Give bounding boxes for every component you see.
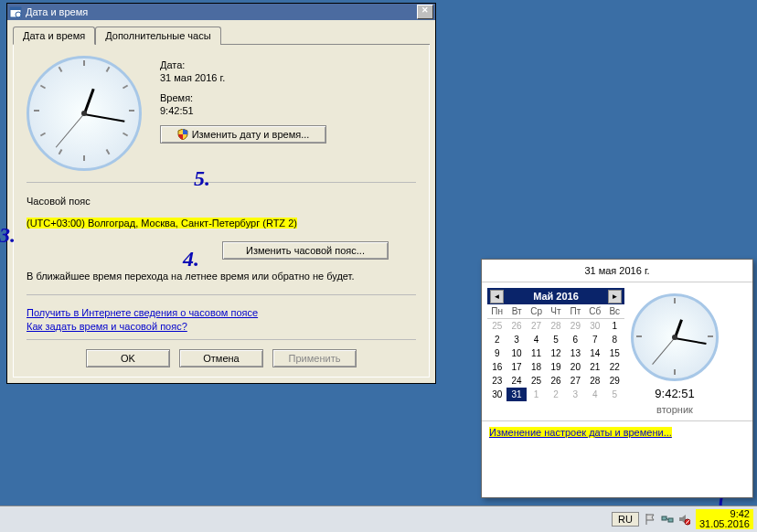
calendar-next-button[interactable]: ► xyxy=(608,290,622,303)
calendar-prev-button[interactable]: ◄ xyxy=(490,290,504,303)
calendar-day[interactable]: 6 xyxy=(566,333,585,346)
calendar-day[interactable]: 3 xyxy=(566,388,585,401)
calendar-day[interactable]: 19 xyxy=(546,360,565,374)
calendar-day[interactable]: 12 xyxy=(546,346,565,360)
taskbar-date: 31.05.2016 xyxy=(699,519,750,529)
calendar-day[interactable]: 22 xyxy=(605,360,624,374)
calendar-day[interactable]: 2 xyxy=(487,333,506,346)
calendar-day[interactable]: 2 xyxy=(546,388,565,401)
calendar-day[interactable]: 29 xyxy=(605,374,624,388)
svg-rect-4 xyxy=(668,518,673,522)
close-button[interactable]: ✕ xyxy=(417,5,433,19)
calendar-day[interactable]: 27 xyxy=(566,374,585,388)
flyout-time: 9:42:51 xyxy=(624,387,725,400)
cancel-button[interactable]: Отмена xyxy=(179,349,263,367)
calendar-day[interactable]: 1 xyxy=(605,319,624,334)
tray-flag-icon[interactable] xyxy=(645,513,657,526)
language-indicator[interactable]: RU xyxy=(612,512,639,527)
change-date-time-label: Изменить дату и время... xyxy=(192,129,310,140)
calendar-day[interactable]: 1 xyxy=(527,388,546,401)
date-label: Дата: xyxy=(160,59,416,70)
link-how-to-set[interactable]: Как задать время и часовой пояс? xyxy=(27,321,416,332)
change-timezone-label: Изменить часовой пояс... xyxy=(246,245,365,256)
calendar-dow: Сб xyxy=(585,304,604,319)
timezone-header: Часовой пояс xyxy=(27,196,416,207)
calendar-dow: Пн xyxy=(487,304,506,319)
link-timezone-info[interactable]: Получить в Интернете сведения о часовом … xyxy=(27,307,416,318)
calendar-day[interactable]: 8 xyxy=(605,333,624,346)
dialog-body: Дата: 31 мая 2016 г. Время: 9:42:51 Изме… xyxy=(13,45,430,378)
calendar-day[interactable]: 25 xyxy=(487,319,506,334)
svg-rect-1 xyxy=(10,7,21,10)
calendar-day[interactable]: 18 xyxy=(527,360,546,374)
window-title: Дата и время xyxy=(26,4,417,20)
tray-network-icon[interactable] xyxy=(661,513,674,526)
dst-note: В ближайшее время перехода на летнее вре… xyxy=(27,271,416,282)
calendar-day[interactable]: 13 xyxy=(566,346,585,360)
analog-clock xyxy=(27,56,142,171)
calendar-day[interactable]: 27 xyxy=(527,319,546,334)
change-date-time-button[interactable]: Изменить дату и время... xyxy=(160,125,326,144)
calendar-day[interactable]: 5 xyxy=(546,333,565,346)
calendar-dow: Вс xyxy=(605,304,624,319)
change-settings-link[interactable]: Изменение настроек даты и времени... xyxy=(489,427,672,438)
timezone-value: (UTC+03:00) Волгоград, Москва, Санкт-Пет… xyxy=(27,218,297,229)
taskbar: RU 9:42 31.05.2016 xyxy=(0,505,757,532)
tab-additional-clocks[interactable]: Дополнительные часы xyxy=(95,27,220,45)
calendar-day[interactable]: 24 xyxy=(506,374,526,388)
svg-rect-3 xyxy=(662,516,666,520)
time-value: 9:42:51 xyxy=(160,105,416,116)
calendar-day[interactable]: 26 xyxy=(506,319,526,334)
svg-point-2 xyxy=(16,12,21,17)
time-label: Время: xyxy=(160,92,416,103)
titlebar[interactable]: Дата и время ✕ xyxy=(7,4,435,20)
apply-button[interactable]: Применить xyxy=(272,349,357,367)
tab-date-time[interactable]: Дата и время xyxy=(13,27,95,45)
change-timezone-button[interactable]: Изменить часовой пояс... xyxy=(222,241,389,260)
calendar-day[interactable]: 30 xyxy=(585,319,604,334)
calendar-day[interactable]: 11 xyxy=(527,346,546,360)
calendar-day[interactable]: 17 xyxy=(506,360,526,374)
calendar-dow: Ср xyxy=(527,304,546,319)
flyout-analog-clock xyxy=(631,293,719,381)
calendar-day[interactable]: 31 xyxy=(506,388,526,401)
calendar-day[interactable]: 14 xyxy=(585,346,604,360)
calendar-day[interactable]: 25 xyxy=(527,374,546,388)
calendar-day[interactable]: 5 xyxy=(605,388,624,401)
calendar-day[interactable]: 16 xyxy=(487,360,506,374)
calendar-day[interactable]: 30 xyxy=(487,388,506,401)
taskbar-clock[interactable]: 9:42 31.05.2016 xyxy=(696,509,753,529)
calendar-month-title: Май 2016 xyxy=(533,291,579,302)
uac-shield-icon xyxy=(177,129,188,140)
system-tray xyxy=(645,513,690,526)
calendar-day[interactable]: 21 xyxy=(585,360,604,374)
flyout-weekday: вторник xyxy=(624,404,725,415)
calendar-day[interactable]: 23 xyxy=(487,374,506,388)
calendar-day[interactable]: 4 xyxy=(585,388,604,401)
calendar-day[interactable]: 20 xyxy=(566,360,585,374)
tray-volume-icon[interactable] xyxy=(677,513,690,526)
calendar-dow: Вт xyxy=(506,304,526,319)
calendar-day[interactable]: 7 xyxy=(585,333,604,346)
calendar-day[interactable]: 4 xyxy=(527,333,546,346)
calendar-day[interactable]: 9 xyxy=(487,346,506,360)
date-value: 31 мая 2016 г. xyxy=(160,72,416,83)
flyout-full-date: 31 мая 2016 г. xyxy=(482,260,752,282)
tab-row: Дата и время Дополнительные часы xyxy=(13,26,430,45)
calendar-day[interactable]: 10 xyxy=(506,346,526,360)
calendar-day[interactable]: 3 xyxy=(506,333,526,346)
calendar-grid[interactable]: ПнВтСрЧтПтСбВс 2526272829301234567891011… xyxy=(487,304,624,401)
ok-button[interactable]: OK xyxy=(86,349,170,367)
clock-calendar-flyout: 31 мая 2016 г. ◄ Май 2016 ► ПнВтСрЧтПтСб… xyxy=(481,259,753,498)
calendar-day[interactable]: 26 xyxy=(546,374,565,388)
calendar-day[interactable]: 28 xyxy=(585,374,604,388)
calendar-dow: Пт xyxy=(566,304,585,319)
calendar-day[interactable]: 15 xyxy=(605,346,624,360)
calendar-day[interactable]: 28 xyxy=(546,319,565,334)
calendar-dow: Чт xyxy=(546,304,565,319)
date-time-dialog: Дата и время ✕ Дата и время Дополнительн… xyxy=(6,3,436,384)
date-time-icon xyxy=(9,5,22,18)
mini-calendar: ◄ Май 2016 ► ПнВтСрЧтПтСбВс 252627282930… xyxy=(487,288,624,415)
calendar-day[interactable]: 29 xyxy=(566,319,585,334)
